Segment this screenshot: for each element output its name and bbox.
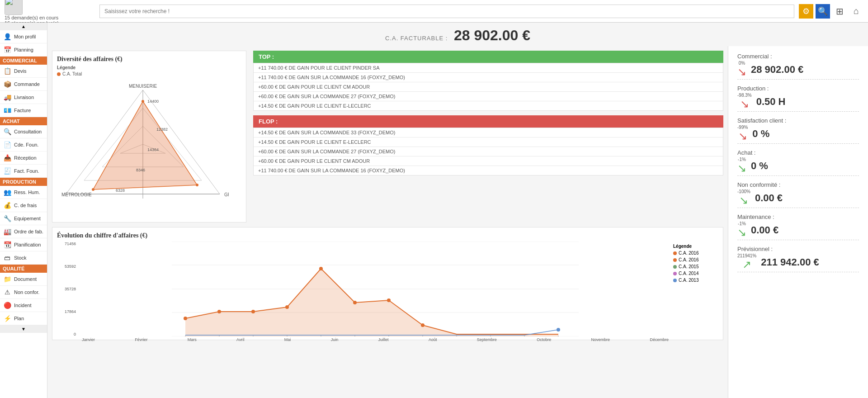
- kpi-arrow-5: ↘: [737, 226, 746, 239]
- topbar: 15 demande(s) en cours 16 réponse(s) non…: [0, 0, 868, 23]
- sidebar-item-commande[interactable]: 📦Commande: [0, 78, 47, 91]
- top-flop-panel: TOP : +11 740.00 € DE GAIN POUR LE CLIEN…: [253, 51, 723, 223]
- sidebar-icon-profil: 👤: [3, 32, 12, 41]
- month-label-5: Juin: [331, 337, 339, 342]
- kpi-label-1: Production :: [737, 85, 859, 92]
- month-label-9: Octobre: [537, 337, 551, 342]
- search-icon-button[interactable]: 🔍: [816, 4, 830, 19]
- sidebar-icon-non-confor: ⚠: [3, 288, 12, 297]
- top-item-3: +60.00 € DE GAIN SUR LA COMMANDE 27 (FOX…: [254, 92, 723, 101]
- sidebar-item-stock[interactable]: 🗃Stock: [0, 251, 47, 265]
- sidebar-icon-equipement: 🔧: [3, 214, 12, 223]
- month-label-1: Février: [135, 337, 147, 342]
- sidebar-item-profil[interactable]: 👤Mon profil: [0, 30, 47, 43]
- y-label-4: 53592: [57, 264, 76, 269]
- sidebar-item-ress-hum[interactable]: 👥Ress. Hum.: [0, 186, 47, 199]
- spider-legend-dot: [57, 72, 61, 76]
- sidebar-section-achat-section: Achat: [0, 117, 47, 125]
- svg-point-29: [319, 267, 323, 270]
- sidebar-items: 👤Mon profil📅PlanningCommercial📋Devis📦Com…: [0, 30, 47, 325]
- sidebar-label-cde-foun: Cde. Foun.: [14, 142, 38, 147]
- sidebar-item-equipement[interactable]: 🔧Equipement: [0, 212, 47, 225]
- kpi-separator-6: [737, 272, 859, 272]
- flop-header-label: FLOP :: [259, 118, 278, 125]
- sidebar-item-plan[interactable]: ⚡Plan: [0, 312, 47, 325]
- sidebar-icon-planification: 📆: [3, 240, 12, 249]
- kpi-row-4: Non conformité : -100% ↘ 0.00 €: [737, 181, 859, 209]
- line-chart-legend: Légende C.A. 2016C.A. 2016C.A. 2015C.A. …: [673, 242, 718, 336]
- sidebar-label-devis: Devis: [14, 68, 27, 74]
- kpi-pct-5: -1%: [738, 221, 746, 226]
- sidebar-icon-consultation: 🔍: [3, 127, 12, 136]
- sidebar-label-c-frais: C. de frais: [14, 203, 37, 208]
- svg-point-26: [217, 310, 221, 313]
- kpi-trend-4: -100% ↘: [737, 189, 750, 207]
- kpi-separator-0: [737, 79, 859, 80]
- kpi-arrow-2: ↘: [738, 130, 747, 142]
- sidebar-item-devis[interactable]: 📋Devis: [0, 65, 47, 78]
- kpi-trend-5: -1% ↘: [737, 221, 746, 239]
- sidebar-item-ordre-fab[interactable]: 🏭Ordre de fab.: [0, 225, 47, 238]
- kpi-separator-1: [737, 111, 859, 112]
- kpi-row-0: Commercial : 0% ↘ 28 902.00 €: [737, 53, 859, 81]
- sidebar-item-reception[interactable]: 📥Réception: [0, 152, 47, 165]
- legend-dot-3: [673, 272, 677, 275]
- top-item-4: +14.50 € DE GAIN POUR LE CLIENT E-LECLER…: [254, 101, 723, 110]
- kpi-row-1: Production : -98.3% ↘ 0.50 H: [737, 85, 859, 113]
- sidebar-item-planning[interactable]: 📅Planning: [0, 43, 47, 57]
- svg-point-28: [285, 305, 289, 309]
- spider-legend-label: Légende: [57, 65, 75, 70]
- kpi-row-5: Maintenance : -1% ↘ 0.00 €: [737, 213, 859, 241]
- sidebar-item-document[interactable]: 📁Document: [0, 273, 47, 286]
- y-axis-labels: 71456 53592 35728 17864 0: [57, 242, 77, 336]
- line-chart-area: Évolution du chiffre d'affaires (€) 7145…: [52, 227, 723, 340]
- kpi-value-3: 0 %: [751, 160, 768, 172]
- logo-img: [5, 0, 23, 15]
- sidebar-scroll-down[interactable]: ▼: [0, 325, 47, 333]
- sidebar-item-facture[interactable]: 💶Facture: [0, 104, 47, 117]
- month-label-0: Janvier: [82, 337, 95, 342]
- sidebar-item-cde-foun[interactable]: 📄Cde. Foun.: [0, 138, 47, 152]
- kpi-arrow-6: ↗: [742, 258, 751, 271]
- search-input[interactable]: [99, 5, 794, 18]
- flop-header: FLOP :: [253, 115, 723, 128]
- svg-point-31: [387, 298, 391, 302]
- gear-icon[interactable]: ⚙: [799, 4, 813, 19]
- sidebar-label-plan: Plan: [14, 316, 24, 321]
- sidebar-item-incident[interactable]: 🔴Incident: [0, 299, 47, 312]
- home-icon[interactable]: ⌂: [849, 4, 863, 19]
- sidebar-item-non-confor[interactable]: ⚠Non confor.: [0, 286, 47, 299]
- sidebar-icon-stock: 🗃: [3, 253, 12, 262]
- legend-dot-0: [673, 251, 677, 255]
- y-label-1: 0: [57, 332, 76, 336]
- kpi-pct-1: -98.3%: [737, 93, 752, 98]
- svg-text:MÉTROLOGIE: MÉTROLOGIE: [61, 192, 92, 197]
- spider-chart-container: Diversité des affaires (€) Légende C.A. …: [52, 51, 246, 223]
- sidebar-item-livraison[interactable]: 🚚Livraison: [0, 91, 47, 104]
- sidebar: ▲ 👤Mon profil📅PlanningCommercial📋Devis📦C…: [0, 23, 47, 398]
- kpi-inner-5: -1% ↘ 0.00 €: [737, 221, 859, 239]
- grid-icon[interactable]: ⊞: [832, 4, 847, 19]
- sidebar-icon-livraison: 🚚: [3, 93, 12, 102]
- kpi-trend-1: -98.3% ↘: [737, 93, 752, 110]
- sidebar-label-fact-foun: Fact. Foun.: [14, 168, 39, 174]
- sidebar-icon-ordre-fab: 🏭: [3, 227, 12, 236]
- svg-marker-7: [93, 101, 197, 190]
- svg-point-30: [353, 301, 357, 304]
- kpi-pct-3: -1%: [738, 157, 746, 162]
- sidebar-item-consultation[interactable]: 🔍Consultation: [0, 125, 47, 138]
- spider-legend-item: C.A. Total: [57, 71, 241, 76]
- kpi-inner-3: -1% ↘ 0 %: [737, 157, 859, 175]
- sidebar-label-profil: Mon profil: [14, 34, 36, 39]
- kpi-value-2: 0 %: [752, 128, 769, 140]
- sidebar-label-ordre-fab: Ordre de fab.: [14, 229, 43, 234]
- month-label-6: Juillet: [378, 337, 389, 342]
- sidebar-item-c-frais[interactable]: 💰C. de frais: [0, 199, 47, 212]
- kpi-trend-2: -99% ↘: [737, 125, 748, 142]
- top-item-1: +11 740.00 € DE GAIN SUR LA COMMANDE 16 …: [254, 73, 723, 82]
- sidebar-item-fact-foun[interactable]: 🧾Fact. Foun.: [0, 165, 47, 178]
- sidebar-item-planification[interactable]: 📆Planification: [0, 238, 47, 251]
- kpi-inner-1: -98.3% ↘ 0.50 H: [737, 93, 859, 110]
- flop-item-4: +11 740.00 € DE GAIN SUR LA COMMANDE 16 …: [254, 166, 723, 175]
- sidebar-scroll-up[interactable]: ▲: [0, 23, 47, 30]
